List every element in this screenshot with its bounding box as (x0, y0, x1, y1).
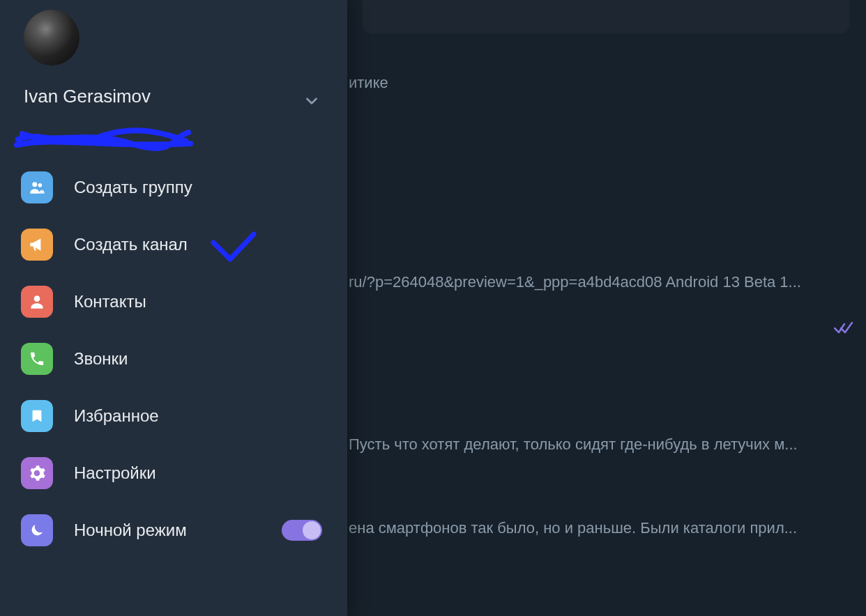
menu-label: Контакты (74, 292, 146, 311)
menu-item-saved[interactable]: Избранное (0, 390, 347, 442)
menu-item-settings[interactable]: Настройки (0, 447, 347, 499)
person-icon (21, 286, 53, 318)
svg-point-0 (32, 182, 37, 187)
read-checkmarks-icon (834, 319, 853, 339)
menu-label: Избранное (74, 406, 159, 426)
moon-icon (21, 514, 53, 546)
group-icon (21, 171, 53, 203)
search-bar-fragment (363, 0, 849, 33)
main-menu-drawer: Ivan Gerasimov Создать группу Создать ка… (0, 0, 347, 616)
menu-label: Создать канал (74, 235, 188, 254)
avatar[interactable] (24, 10, 79, 66)
profile-name: Ivan Gerasimov (24, 86, 151, 107)
menu-item-night-mode[interactable]: Ночной режим (0, 505, 347, 556)
menu-item-contacts[interactable]: Контакты (0, 276, 347, 328)
chat-text-fragment: Пусть что хотят делают, только сидят где… (349, 436, 849, 454)
phone-icon (21, 343, 53, 375)
night-mode-toggle[interactable] (282, 520, 322, 541)
toggle-knob (303, 521, 321, 539)
chat-text-fragment: ена смартфонов так было, но и раньше. Бы… (349, 519, 849, 537)
svg-point-2 (34, 295, 40, 302)
menu-label: Ночной режим (74, 521, 187, 540)
gear-icon (21, 457, 53, 489)
profile-row[interactable]: Ivan Gerasimov (0, 66, 347, 110)
megaphone-icon (21, 229, 53, 261)
menu-label: Звонки (74, 349, 128, 369)
chevron-down-icon[interactable] (303, 92, 321, 110)
chat-text-fragment: итике (349, 74, 849, 92)
menu-list: Создать группу Создать канал Контакты Зв… (0, 162, 347, 556)
menu-label: Настройки (74, 463, 156, 483)
redaction-scribble (13, 124, 194, 155)
chat-text-fragment: ru/?p=264048&preview=1&_ppp=a4bd4acd08 A… (349, 273, 849, 291)
menu-item-new-channel[interactable]: Создать канал (0, 219, 347, 270)
menu-item-new-group[interactable]: Создать группу (0, 162, 347, 213)
menu-item-calls[interactable]: Звонки (0, 333, 347, 385)
svg-point-1 (38, 183, 43, 187)
bookmark-icon (21, 400, 53, 432)
menu-label: Создать группу (74, 178, 192, 197)
